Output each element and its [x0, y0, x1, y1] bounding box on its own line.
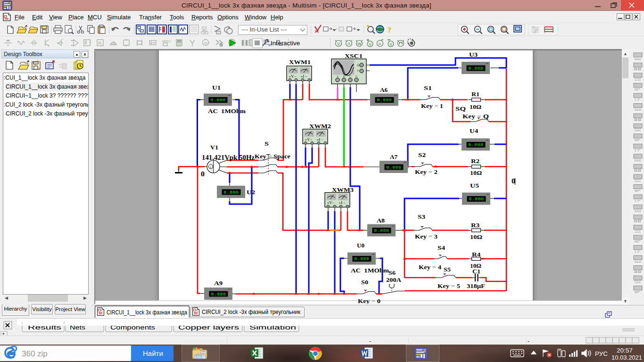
svg-text:+: + — [381, 161, 383, 165]
svg-text:--- In-Use List ---: --- In-Use List --- — [242, 26, 287, 33]
svg-text:XWM2: XWM2 — [309, 123, 331, 130]
svg-text:A6: A6 — [380, 86, 388, 93]
svg-text:0.000: 0.000 — [377, 98, 392, 103]
svg-text:0.000: 0.000 — [211, 98, 226, 103]
svg-text:+V−: +V− — [305, 137, 313, 142]
svg-text:4L: 4L — [98, 41, 103, 45]
svg-text:S6: S6 — [388, 269, 396, 276]
svg-text:+: + — [218, 186, 221, 190]
svg-text:R1: R1 — [471, 90, 479, 98]
svg-text:0.000: 0.000 — [469, 66, 484, 71]
svg-text:Key = 5: Key = 5 — [438, 282, 460, 289]
svg-text:V1: V1 — [210, 144, 218, 151]
svg-text:V: V — [389, 42, 392, 47]
svg-text:10Ω: 10Ω — [470, 103, 481, 110]
svg-text:+: + — [205, 94, 207, 99]
svg-text:0.000: 0.000 — [387, 165, 402, 170]
svg-text:AC 1MOhm: AC 1MOhm — [351, 267, 389, 274]
svg-text:200A: 200A — [386, 276, 401, 283]
svg-text:+: + — [463, 193, 466, 197]
svg-text:0.000: 0.000 — [469, 197, 484, 202]
svg-text:AC 1MOhm: AC 1MOhm — [208, 107, 246, 115]
svg-text:−: − — [391, 223, 394, 229]
svg-text:+: + — [206, 288, 208, 292]
svg-text:S3: S3 — [418, 213, 425, 220]
svg-text:S1: S1 — [424, 84, 432, 91]
svg-text:A: A — [392, 230, 395, 234]
svg-text:+: + — [463, 62, 465, 66]
svg-text:318μF: 318μF — [467, 282, 485, 289]
svg-text:141.421Vpk 50Hz: 141.421Vpk 50Hz — [202, 154, 255, 161]
svg-text:0.000: 0.000 — [224, 190, 239, 195]
svg-text:C1: C1 — [472, 268, 480, 275]
svg-text:0.000: 0.000 — [355, 256, 370, 262]
svg-text:S2: S2 — [418, 151, 426, 158]
svg-text:U3: U3 — [469, 51, 478, 58]
svg-text:S4: S4 — [438, 244, 445, 251]
svg-text:A9: A9 — [214, 280, 223, 287]
svg-text:U5: U5 — [470, 182, 479, 189]
svg-text:+I −: +I − — [301, 74, 308, 79]
svg-text:+I −: +I − — [317, 137, 324, 142]
svg-text:Key = 0: Key = 0 — [358, 297, 380, 304]
svg-text:Найти: Найти — [143, 349, 163, 357]
svg-text:V: V — [337, 41, 340, 46]
svg-text:+: + — [372, 94, 374, 99]
svg-text:РУС: РУС — [595, 350, 608, 357]
svg-text:−: − — [372, 251, 374, 257]
svg-text:U1: U1 — [212, 84, 221, 91]
svg-text:B: B — [343, 75, 345, 78]
svg-text:−: − — [486, 137, 488, 143]
svg-text:+V−: +V− — [289, 74, 297, 79]
svg-text:M: M — [204, 41, 207, 45]
svg-text:+: + — [369, 224, 371, 229]
svg-text:v: v — [372, 258, 374, 263]
svg-text:−: − — [394, 92, 397, 98]
svg-text:C: C — [349, 75, 352, 78]
svg-text:CIRCUI_2 lock -3x фазный треуг: CIRCUI_2 lock -3x фазный треугольник — [202, 308, 300, 315]
svg-text:R2: R2 — [471, 157, 479, 165]
svg-text:CIRCUI_1__lock 3x фазная звезд: CIRCUI_1__lock 3x фазная звезда — [107, 309, 188, 316]
svg-text:A: A — [379, 41, 381, 46]
svg-text:XWM1: XWM1 — [289, 58, 311, 66]
svg-text:U0: U0 — [357, 242, 364, 249]
svg-text:0.000: 0.000 — [374, 228, 389, 233]
svg-text:+V−: +V− — [327, 200, 335, 205]
svg-text:−: − — [228, 286, 231, 292]
svg-text:Key = 3: Key = 3 — [415, 233, 438, 240]
svg-text:A: A — [337, 75, 339, 78]
svg-text:v: v — [228, 99, 231, 104]
svg-text:T: T — [357, 69, 359, 73]
svg-text:S: S — [264, 140, 269, 147]
svg-text:+: + — [463, 139, 465, 143]
svg-text:Key = Space: Key = Space — [255, 153, 290, 160]
svg-text:U4: U4 — [470, 127, 478, 134]
svg-text:G: G — [357, 64, 359, 67]
svg-text:−: − — [404, 159, 406, 165]
svg-text:U2: U2 — [247, 189, 255, 196]
svg-text:0.000: 0.000 — [211, 292, 226, 297]
svg-text:10Ω: 10Ω — [470, 169, 482, 176]
svg-text:0: 0 — [512, 178, 515, 185]
svg-text:0: 0 — [201, 171, 205, 178]
svg-text:A: A — [404, 166, 407, 171]
svg-text:v: v — [486, 67, 488, 72]
svg-text:10.03.2021: 10.03.2021 — [611, 354, 642, 361]
svg-text:A: A — [395, 99, 397, 104]
svg-text:10Ω: 10Ω — [470, 233, 482, 240]
svg-text:S5: S5 — [444, 266, 451, 273]
svg-text:XWM3: XWM3 — [332, 186, 354, 193]
svg-text:+I −: +I − — [339, 200, 346, 205]
svg-text:W: W — [357, 41, 362, 46]
svg-text:−: − — [486, 191, 489, 197]
svg-text:0.000: 0.000 — [469, 142, 484, 148]
svg-text:v: v — [486, 144, 488, 148]
svg-text:XSC1: XSC1 — [345, 52, 363, 59]
svg-text:A8: A8 — [377, 217, 385, 224]
svg-text:dB: dB — [111, 41, 116, 45]
svg-text:v: v — [487, 198, 489, 203]
svg-text:V: V — [369, 42, 372, 47]
svg-text:Key = 2: Key = 2 — [415, 168, 438, 175]
svg-text:Key = Q: Key = Q — [462, 113, 489, 120]
svg-text:Key = 4: Key = 4 — [419, 263, 441, 271]
